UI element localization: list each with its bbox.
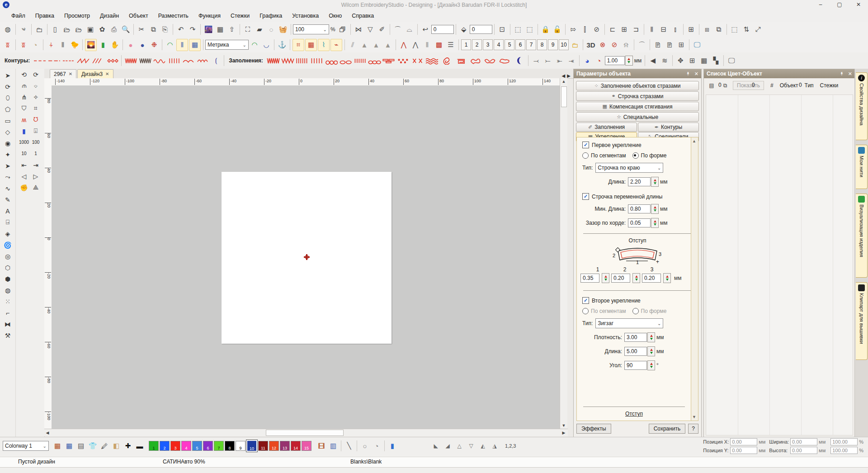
open-folder-group-icon[interactable]: 🗀	[34, 24, 45, 35]
move-box-icon[interactable]: ⤢	[753, 24, 764, 35]
thread-chart-icon[interactable]: 🎞	[316, 440, 327, 452]
blue-knot-icon[interactable]: ●	[137, 39, 148, 51]
close-button[interactable]: ✕	[849, 0, 868, 10]
section-Специальные[interactable]: ☆Специальные	[576, 112, 699, 122]
color-blue-icon[interactable]: ◕	[582, 55, 593, 66]
branch1-icon[interactable]: ⤙	[531, 55, 542, 66]
tab-scroll-right-icon[interactable]: ▶	[567, 73, 571, 78]
fill-pattern-waves3[interactable]	[425, 55, 439, 66]
needle-6-button[interactable]: 6	[515, 39, 525, 50]
ruler-icon[interactable]: ⌒	[637, 39, 647, 51]
copy-icon[interactable]: ⧉	[148, 24, 159, 35]
tab-scroll-left-icon[interactable]: ◀	[562, 73, 566, 78]
menu-Окно[interactable]: Окно	[324, 13, 347, 19]
hoop-icon[interactable]: ⛶	[242, 24, 253, 35]
pull-comp-spinner[interactable]	[625, 56, 633, 66]
panel-close-icon[interactable]: ✕	[848, 71, 852, 77]
first-object-icon[interactable]: ◭	[477, 440, 488, 452]
next-object-icon[interactable]: ◢	[442, 440, 453, 452]
fill-pattern-dotgrid[interactable]	[396, 55, 410, 66]
lasso-pen2-icon[interactable]: ⌓	[404, 24, 415, 35]
lettering-tool[interactable]: A	[2, 205, 14, 217]
blob-tool[interactable]: ◍	[2, 284, 14, 296]
print-preview-icon[interactable]: 🔍	[120, 24, 131, 35]
freehand-tool[interactable]: ⤳	[2, 171, 14, 183]
vertical-scroll-thumb[interactable]	[561, 86, 567, 107]
pin-icon[interactable]: 🖈	[840, 71, 844, 76]
add-color-icon[interactable]: ✚	[123, 440, 133, 452]
fist-tool[interactable]: ✊	[18, 182, 30, 193]
eye-view-tool[interactable]: ◉	[2, 137, 14, 149]
margin-1-input[interactable]: 0.35	[580, 274, 599, 283]
select-box-icon[interactable]: ⬚	[513, 24, 524, 35]
line-icon[interactable]: ╲	[344, 440, 354, 452]
color-swatch-15[interactable]: 15	[302, 441, 311, 451]
underlay1-type-select[interactable]: Строчка по краю ⌄	[595, 163, 663, 173]
loop-green-icon[interactable]: ◠	[249, 39, 260, 51]
export-artwork-icon[interactable]: ⇧	[226, 24, 237, 35]
select-tool[interactable]: ➤	[2, 70, 14, 81]
density-spinner[interactable]	[647, 332, 655, 342]
stitch-1000[interactable]: 1000	[18, 137, 30, 148]
menu-Установка[interactable]: Установка	[287, 13, 324, 19]
panel-scroll-up-icon[interactable]: ▲	[692, 139, 696, 143]
basket-icon[interactable]: 🧺	[278, 24, 288, 35]
menu-Стежки[interactable]: Стежки	[226, 13, 255, 19]
back-arrow-icon[interactable]: ↩	[420, 24, 431, 35]
fill-pattern-xx[interactable]	[411, 55, 425, 66]
margin-3-input[interactable]: 0.20	[642, 274, 661, 283]
print-icon[interactable]: ⎙	[108, 24, 119, 35]
sheet-pencil-icon[interactable]: 🖹	[652, 39, 663, 51]
margin-2-input[interactable]: 0.20	[611, 274, 630, 283]
play-left-icon[interactable]: ◀	[647, 55, 658, 66]
chord-gap-input[interactable]: 0.05	[628, 218, 651, 227]
spool-blue-icon[interactable]: ▮	[387, 440, 398, 452]
zoom-list-icon[interactable]: 🗇	[337, 24, 348, 35]
stitch-100[interactable]: 100	[30, 137, 42, 148]
triangle3-icon[interactable]: ▲	[382, 39, 393, 51]
red-berry-icon[interactable]: ❉	[149, 39, 160, 51]
fill-pattern-cols2[interactable]	[353, 55, 367, 66]
loop-blue-icon[interactable]: ◡	[261, 39, 272, 51]
outline-pattern-dash3[interactable]	[62, 55, 75, 66]
menu-Справка[interactable]: Справка	[347, 13, 379, 19]
arrow-l-tool[interactable]: ◁	[18, 170, 30, 182]
hexagon-tool[interactable]: ⬡	[2, 262, 14, 273]
section-Заполнение объектов стразами[interactable]: ⁘Заполнение объектов стразами	[576, 81, 699, 90]
bars-icon[interactable]: ⫴	[422, 39, 433, 51]
prev-object-icon[interactable]: ◣	[430, 440, 441, 452]
appliqué-tool[interactable]: ⛉	[18, 103, 30, 114]
density-input[interactable]: 3.00	[624, 333, 647, 342]
fill-pattern-blob3[interactable]	[498, 55, 511, 66]
menu-Правка[interactable]: Правка	[30, 13, 59, 19]
tab-Заполнения[interactable]: ✐Заполнения	[576, 123, 637, 132]
end-tool[interactable]: ⇥	[30, 159, 42, 170]
zigzag-red-icon[interactable]: ⌁	[330, 39, 342, 51]
reshape-box-icon[interactable]: ⬙	[458, 24, 469, 35]
minimize-button[interactable]: –	[811, 0, 830, 10]
triangle1-icon[interactable]: ▲	[359, 39, 370, 51]
thread-chart2-icon[interactable]: ▥	[328, 440, 339, 452]
spike2-icon[interactable]: ⋀	[410, 39, 421, 51]
color-swatch-12[interactable]: 12	[269, 441, 279, 451]
zoom-select[interactable]: 100⌄	[293, 24, 329, 34]
needle-3-button[interactable]: 3	[483, 39, 493, 50]
save-design-icon[interactable]: ▣	[85, 24, 96, 35]
palette3-icon[interactable]: ▤	[75, 440, 86, 452]
stipple-icon[interactable]: ▦	[305, 39, 317, 51]
scroll-up-icon[interactable]: ▲	[561, 79, 567, 84]
design-canvas[interactable]	[52, 85, 560, 429]
color-swatch-8[interactable]: 8	[225, 441, 235, 451]
variable-run-checkbox[interactable]: ✓	[582, 193, 589, 200]
eraser-icon[interactable]: ⊘	[591, 24, 602, 35]
remove-overlap-icon[interactable]: ⊗	[597, 39, 608, 51]
color-swatch-5[interactable]: 5	[192, 441, 202, 451]
margin-1-spinner[interactable]	[602, 273, 609, 283]
menu-Графика[interactable]: Графика	[255, 13, 287, 19]
section-Компенсация стягивания[interactable]: ▦Компенсация стягивания	[576, 102, 699, 111]
stitch-10[interactable]: 10	[18, 148, 30, 159]
last-object-icon[interactable]: ◮	[489, 440, 500, 452]
align-right-icon[interactable]: ⊐	[631, 24, 642, 35]
hand-icon[interactable]: ✋	[109, 39, 120, 51]
fill-pattern-links[interactable]	[368, 55, 381, 66]
